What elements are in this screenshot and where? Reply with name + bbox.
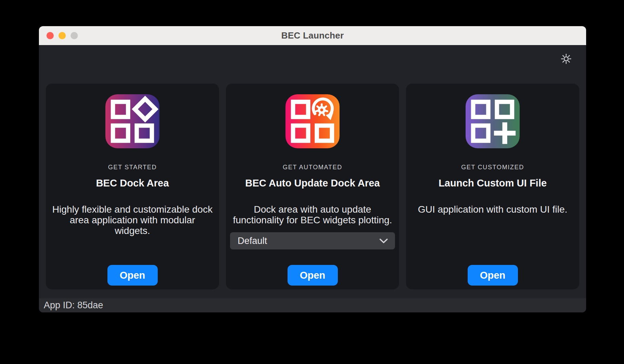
dock-area-app-icon xyxy=(105,94,159,148)
status-bar: App ID: 85dae xyxy=(39,298,586,312)
theme-toggle-button[interactable] xyxy=(560,54,572,65)
titlebar: BEC Launcher xyxy=(39,26,586,45)
card-description: GUI application with custom UI file. xyxy=(412,204,574,215)
custom-ui-app-icon xyxy=(466,94,520,148)
layout-select[interactable]: Default xyxy=(230,232,395,249)
chevron-down-icon xyxy=(379,238,388,244)
open-auto-update-button[interactable]: Open xyxy=(288,265,338,286)
card-title: Launch Custom UI File xyxy=(406,178,579,189)
card-tagline: GET STARTED xyxy=(46,164,219,171)
layout-select-value: Default xyxy=(238,236,379,246)
close-button[interactable] xyxy=(46,32,54,39)
open-custom-ui-button[interactable]: Open xyxy=(468,265,518,286)
card-bec-dock-area: GET STARTED BEC Dock Area Highly flexibl… xyxy=(46,84,219,289)
minimize-button[interactable] xyxy=(59,32,66,39)
open-dock-area-button[interactable]: Open xyxy=(107,265,158,286)
card-tagline: GET AUTOMATED xyxy=(226,164,399,171)
window-title: BEC Launcher xyxy=(281,30,344,41)
plus-glyph xyxy=(494,122,516,144)
launcher-cards: GET STARTED BEC Dock Area Highly flexibl… xyxy=(46,84,579,289)
card-launch-custom-ui: GET CUSTOMIZED Launch Custom UI File GUI… xyxy=(406,84,579,289)
card-auto-update-dock-area: GET AUTOMATED BEC Auto Update Dock Area … xyxy=(226,84,399,289)
main-content: GET STARTED BEC Dock Area Highly flexibl… xyxy=(39,45,586,298)
card-title: BEC Dock Area xyxy=(46,178,219,189)
traffic-lights xyxy=(46,26,78,45)
bec-launcher-window: BEC Launcher xyxy=(39,26,586,312)
app-id-text: App ID: 85dae xyxy=(44,300,103,311)
auto-update-app-icon xyxy=(285,94,340,148)
card-tagline: GET CUSTOMIZED xyxy=(406,164,579,171)
card-description: Highly flexible and customizable dock ar… xyxy=(51,204,214,236)
sun-icon xyxy=(560,53,572,66)
gear-refresh-glyph xyxy=(313,99,333,120)
zoom-button xyxy=(71,32,78,39)
card-title: BEC Auto Update Dock Area xyxy=(226,178,399,189)
card-description: Dock area with auto update functionality… xyxy=(231,204,394,225)
